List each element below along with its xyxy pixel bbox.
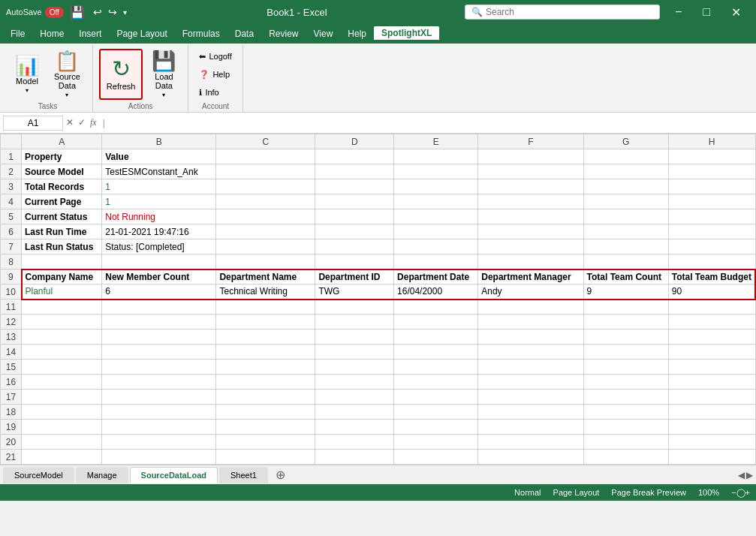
- cell-7-f[interactable]: [478, 239, 583, 254]
- cell-7-d[interactable]: [315, 239, 394, 254]
- menu-item-insert[interactable]: Insert: [71, 27, 109, 41]
- cell-11-4[interactable]: [315, 300, 394, 315]
- cell-3-h[interactable]: [668, 179, 755, 194]
- cell-6-h[interactable]: [668, 224, 755, 239]
- cell-21-2[interactable]: [102, 450, 216, 465]
- cell-1-e[interactable]: [394, 149, 478, 164]
- cell-10-f[interactable]: Andy: [478, 285, 583, 300]
- cell-6-c[interactable]: [216, 224, 315, 239]
- cell-18-6[interactable]: [478, 405, 583, 420]
- add-sheet-button[interactable]: ⊕: [270, 465, 291, 485]
- sheet-tab-sheet1[interactable]: Sheet1: [219, 467, 268, 483]
- cell-7-h[interactable]: [668, 239, 755, 254]
- cell-13-1[interactable]: [22, 330, 102, 345]
- cell-9-e[interactable]: Department Date: [394, 270, 478, 285]
- cell-17-6[interactable]: [478, 390, 583, 405]
- cell-2-a[interactable]: Source Model: [22, 164, 102, 179]
- cell-10-e[interactable]: 16/04/2000: [394, 285, 478, 300]
- cell-9-c[interactable]: Department Name: [216, 270, 315, 285]
- cell-5-e[interactable]: [394, 209, 478, 224]
- cell-5-h[interactable]: [668, 209, 755, 224]
- cell-21-8[interactable]: [668, 450, 755, 465]
- cell-4-c[interactable]: [216, 194, 315, 209]
- cell-20-4[interactable]: [315, 435, 394, 450]
- cell-7-a[interactable]: Last Run Status: [22, 239, 102, 254]
- cell-3-c[interactable]: [216, 179, 315, 194]
- cell-11-8[interactable]: [668, 300, 755, 315]
- cell-11-7[interactable]: [583, 300, 668, 315]
- autosave-toggle[interactable]: Off: [45, 7, 64, 18]
- cell-3-g[interactable]: [583, 179, 668, 194]
- cell-8-g[interactable]: [583, 254, 668, 270]
- cell-14-4[interactable]: [315, 345, 394, 360]
- cell-1-g[interactable]: [583, 149, 668, 164]
- cell-16-4[interactable]: [315, 375, 394, 390]
- menu-item-file[interactable]: File: [3, 27, 32, 41]
- cell-21-1[interactable]: [22, 450, 102, 465]
- cell-5-g[interactable]: [583, 209, 668, 224]
- cell-7-g[interactable]: [583, 239, 668, 254]
- cell-8-c[interactable]: [216, 254, 315, 270]
- cell-19-7[interactable]: [583, 420, 668, 435]
- cell-14-5[interactable]: [394, 345, 478, 360]
- cell-12-5[interactable]: [394, 315, 478, 330]
- cell-2-g[interactable]: [583, 164, 668, 179]
- cell-16-1[interactable]: [22, 375, 102, 390]
- cell-21-6[interactable]: [478, 450, 583, 465]
- restore-button[interactable]: □: [694, 0, 719, 24]
- formula-input[interactable]: [111, 118, 753, 128]
- cell-15-1[interactable]: [22, 360, 102, 375]
- cell-12-8[interactable]: [668, 315, 755, 330]
- cell-15-4[interactable]: [315, 360, 394, 375]
- cell-17-1[interactable]: [22, 390, 102, 405]
- cell-19-3[interactable]: [216, 420, 315, 435]
- cell-2-h[interactable]: [668, 164, 755, 179]
- cell-17-2[interactable]: [102, 390, 216, 405]
- cell-15-7[interactable]: [583, 360, 668, 375]
- cell-18-2[interactable]: [102, 405, 216, 420]
- cell-10-g[interactable]: 9: [583, 285, 668, 300]
- load-data-button[interactable]: 💾 LoadData ▾: [146, 49, 182, 100]
- cell-17-7[interactable]: [583, 390, 668, 405]
- cell-reference[interactable]: A1: [3, 116, 63, 131]
- redo-button[interactable]: ↪: [106, 6, 119, 18]
- cell-7-c[interactable]: [216, 239, 315, 254]
- tab-scroll-left[interactable]: ◀: [738, 470, 745, 480]
- cell-8-a[interactable]: [22, 254, 102, 270]
- refresh-button[interactable]: ↻ Refresh: [99, 49, 143, 100]
- menu-item-home[interactable]: Home: [32, 27, 71, 41]
- cell-17-4[interactable]: [315, 390, 394, 405]
- cell-7-e[interactable]: [394, 239, 478, 254]
- cell-5-d[interactable]: [315, 209, 394, 224]
- cell-12-4[interactable]: [315, 315, 394, 330]
- cell-15-5[interactable]: [394, 360, 478, 375]
- confirm-formula-icon[interactable]: ✓: [78, 117, 86, 128]
- cell-9-b[interactable]: New Member Count: [102, 270, 216, 285]
- cell-5-a[interactable]: Current Status: [22, 209, 102, 224]
- help-button[interactable]: ❓ Help: [194, 66, 236, 83]
- tab-scroll-right[interactable]: ▶: [746, 470, 753, 480]
- cell-10-b[interactable]: 6: [102, 285, 216, 300]
- cell-1-h[interactable]: [668, 149, 755, 164]
- cell-14-7[interactable]: [583, 345, 668, 360]
- cell-19-1[interactable]: [22, 420, 102, 435]
- cell-2-e[interactable]: [394, 164, 478, 179]
- menu-item-review[interactable]: Review: [261, 27, 306, 41]
- cell-4-d[interactable]: [315, 194, 394, 209]
- cell-5-c[interactable]: [216, 209, 315, 224]
- cell-4-g[interactable]: [583, 194, 668, 209]
- cell-2-c[interactable]: [216, 164, 315, 179]
- menu-item-spotlightxl[interactable]: SpotlightXL: [374, 26, 439, 41]
- cell-14-8[interactable]: [668, 345, 755, 360]
- save-icon[interactable]: 💾: [70, 5, 85, 20]
- cell-12-3[interactable]: [216, 315, 315, 330]
- cell-2-f[interactable]: [478, 164, 583, 179]
- cell-12-1[interactable]: [22, 315, 102, 330]
- cell-12-2[interactable]: [102, 315, 216, 330]
- cell-1-f[interactable]: [478, 149, 583, 164]
- cell-17-8[interactable]: [668, 390, 755, 405]
- cell-18-5[interactable]: [394, 405, 478, 420]
- cell-11-3[interactable]: [216, 300, 315, 315]
- cell-2-b[interactable]: TestESMConstant_Ank: [102, 164, 216, 179]
- zoom-slider[interactable]: −◯+: [731, 488, 750, 498]
